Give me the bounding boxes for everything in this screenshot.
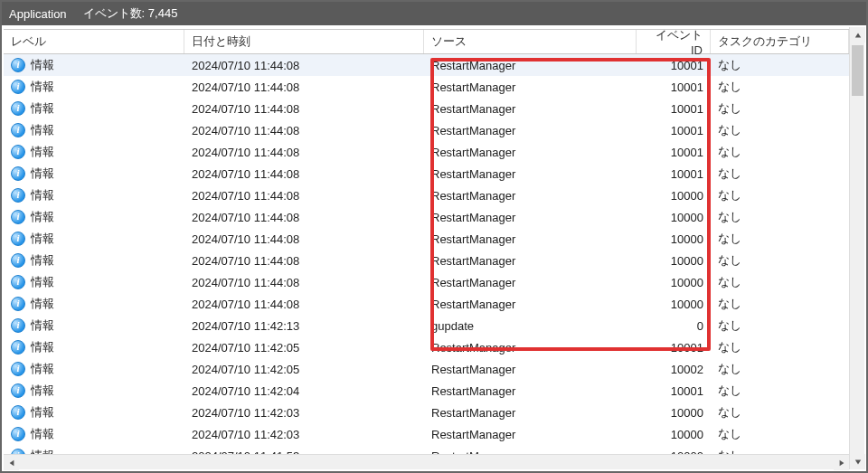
level-label: 情報 [31, 339, 54, 355]
level-cell: 情報 [4, 274, 184, 290]
header-level[interactable]: レベル [4, 30, 184, 53]
level-label: 情報 [31, 231, 54, 247]
table-row[interactable]: 情報2024/07/10 11:44:08RestartManager10000… [4, 206, 849, 228]
info-icon [11, 166, 25, 181]
table-row[interactable]: 情報2024/07/10 11:44:08RestartManager10001… [4, 98, 849, 119]
event-id-cell: 10001 [637, 146, 711, 159]
table-row[interactable]: 情報2024/07/10 11:42:05RestartManager10001… [4, 336, 849, 358]
table-row[interactable]: 情報2024/07/10 11:44:08RestartManager10001… [4, 141, 849, 163]
datetime-cell: 2024/07/10 11:42:05 [184, 341, 424, 355]
event-id-cell: 10001 [637, 384, 711, 398]
scroll-down-icon[interactable] [850, 454, 865, 469]
category-cell: なし [711, 209, 849, 225]
header-datetime[interactable]: 日付と時刻 [184, 30, 424, 53]
source-cell: RestartManager [424, 59, 637, 72]
source-cell: RestartManager [424, 428, 637, 441]
info-icon [11, 362, 25, 376]
scroll-thumb[interactable] [852, 45, 863, 96]
category-cell: なし [711, 383, 849, 399]
level-cell: 情報 [4, 404, 184, 421]
table-row[interactable]: 情報2024/07/10 11:42:03RestartManager10000… [4, 423, 849, 445]
table-row[interactable]: 情報2024/07/10 11:41:53RestartManager10000… [4, 445, 849, 454]
titlebar: Application イベント数: 7,445 [2, 2, 866, 25]
category-cell: なし [711, 187, 849, 203]
event-id-cell: 10000 [637, 232, 711, 246]
info-icon [11, 123, 25, 137]
level-cell: 情報 [4, 57, 184, 73]
level-label: 情報 [31, 79, 54, 95]
level-label: 情報 [31, 274, 54, 290]
source-cell: RestartManager [424, 102, 637, 116]
datetime-cell: 2024/07/10 11:44:08 [184, 211, 424, 224]
scroll-left-icon[interactable] [4, 455, 19, 470]
source-cell: RestartManager [424, 298, 637, 311]
datetime-cell: 2024/07/10 11:42:03 [184, 428, 424, 441]
level-cell: 情報 [4, 448, 184, 454]
table-row[interactable]: 情報2024/07/10 11:44:08RestartManager10000… [4, 271, 849, 293]
datetime-cell: 2024/07/10 11:44:08 [184, 298, 424, 311]
event-id-cell: 10001 [637, 102, 711, 116]
category-cell: なし [711, 231, 849, 247]
level-cell: 情報 [4, 144, 184, 160]
source-cell: RestartManager [424, 276, 637, 289]
datetime-cell: 2024/07/10 11:44:08 [184, 80, 424, 94]
level-label: 情報 [31, 209, 54, 225]
event-id-cell: 10001 [637, 341, 711, 355]
header-source[interactable]: ソース [424, 30, 637, 53]
table-row[interactable]: 情報2024/07/10 11:42:13gupdate0なし [4, 315, 849, 336]
category-cell: なし [711, 426, 849, 442]
category-cell: なし [711, 122, 849, 138]
header-event-id[interactable]: イベント ID [637, 30, 711, 53]
scroll-up-icon[interactable] [850, 27, 865, 43]
event-rows: 情報2024/07/10 11:44:08RestartManager10001… [4, 54, 849, 454]
category-cell: なし [711, 361, 849, 377]
column-headers: レベル 日付と時刻 ソース イベント ID タスクのカテゴリ [4, 29, 849, 54]
level-label: 情報 [31, 187, 54, 203]
event-viewer-frame: Application イベント数: 7,445 レベル 日付と時刻 ソース イ… [0, 0, 868, 473]
level-label: 情報 [31, 144, 54, 160]
table-row[interactable]: 情報2024/07/10 11:44:08RestartManager10001… [4, 119, 849, 141]
source-cell: RestartManager [424, 80, 637, 94]
header-category[interactable]: タスクのカテゴリ [711, 30, 849, 53]
source-cell: RestartManager [424, 341, 637, 355]
info-icon [11, 405, 25, 420]
level-label: 情報 [31, 296, 54, 312]
datetime-cell: 2024/07/10 11:44:08 [184, 167, 424, 181]
table-row[interactable]: 情報2024/07/10 11:44:08RestartManager10001… [4, 163, 849, 184]
table-row[interactable]: 情報2024/07/10 11:44:08RestartManager10000… [4, 293, 849, 315]
datetime-cell: 2024/07/10 11:44:08 [184, 146, 424, 159]
table-row[interactable]: 情報2024/07/10 11:42:05RestartManager10002… [4, 358, 849, 380]
event-id-cell: 0 [637, 319, 711, 333]
table-row[interactable]: 情報2024/07/10 11:44:08RestartManager10000… [4, 184, 849, 206]
table-row[interactable]: 情報2024/07/10 11:44:08RestartManager10001… [4, 76, 849, 98]
source-cell: RestartManager [424, 363, 637, 376]
table-row[interactable]: 情報2024/07/10 11:42:04RestartManager10001… [4, 380, 849, 402]
info-icon [11, 232, 25, 246]
horizontal-scrollbar[interactable] [4, 454, 849, 469]
level-label: 情報 [31, 426, 54, 442]
category-cell: なし [711, 100, 849, 117]
info-icon [11, 145, 25, 159]
table-row[interactable]: 情報2024/07/10 11:44:08RestartManager10000… [4, 250, 849, 271]
info-icon [11, 318, 25, 333]
datetime-cell: 2024/07/10 11:42:13 [184, 319, 424, 333]
info-icon [11, 340, 25, 355]
source-cell: RestartManager [424, 167, 637, 181]
level-label: 情報 [31, 361, 54, 377]
category-cell: なし [711, 404, 849, 421]
level-cell: 情報 [4, 339, 184, 355]
scroll-right-icon[interactable] [834, 455, 849, 470]
level-label: 情報 [31, 166, 54, 182]
info-icon [11, 427, 25, 441]
table-row[interactable]: 情報2024/07/10 11:42:03RestartManager10000… [4, 402, 849, 423]
vertical-scrollbar[interactable] [849, 27, 864, 469]
source-cell: RestartManager [424, 254, 637, 268]
level-cell: 情報 [4, 383, 184, 399]
level-label: 情報 [31, 100, 54, 117]
datetime-cell: 2024/07/10 11:44:08 [184, 276, 424, 289]
table-row[interactable]: 情報2024/07/10 11:44:08RestartManager10000… [4, 228, 849, 250]
datetime-cell: 2024/07/10 11:42:03 [184, 406, 424, 420]
level-cell: 情報 [4, 100, 184, 117]
table-row[interactable]: 情報2024/07/10 11:44:08RestartManager10001… [4, 54, 849, 76]
event-id-cell: 10001 [637, 124, 711, 137]
